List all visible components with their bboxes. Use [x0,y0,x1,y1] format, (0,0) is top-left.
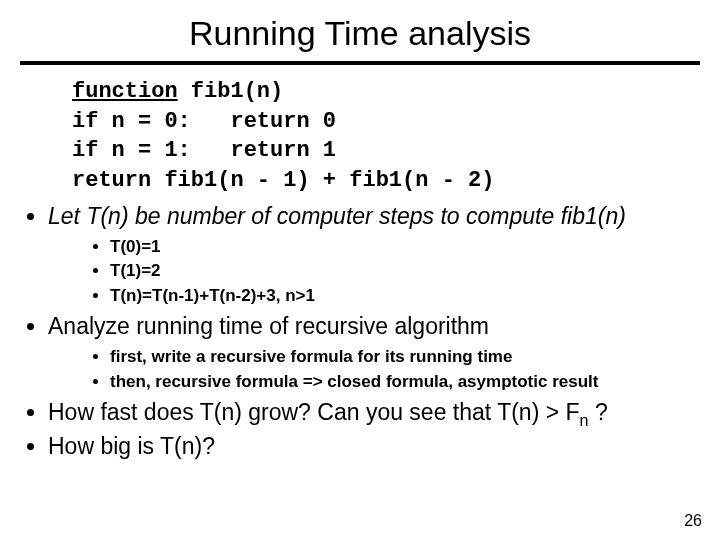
b1-sub-1: T(1)=2 [110,259,720,284]
b3-pre: How fast does T(n) grow? Can you see tha… [48,399,580,425]
b1-tn: T(n) [86,203,128,229]
b3-post: ? [589,399,608,425]
b1-post: be number of computer steps to compute f… [129,203,626,229]
slide: Running Time analysis function fib1(n) i… [0,0,720,540]
code-fn-name: fib1(n) [191,79,283,104]
bullet-list: Let T(n) be number of computer steps to … [0,202,720,461]
bullet-1: Let T(n) be number of computer steps to … [48,202,720,309]
bullet-2: Analyze running time of recursive algori… [48,312,720,394]
b2-sub-0: first, write a recursive formula for its… [110,345,720,370]
code-keyword: function [72,79,178,104]
code-line-2: if n = 0: return 0 [72,109,336,134]
b3-subscript: n [580,411,589,429]
page-number: 26 [684,512,702,530]
b1-pre: Let [48,203,86,229]
b2-text: Analyze running time of recursive algori… [48,313,489,339]
code-line-4: return fib1(n - 1) + fib1(n - 2) [72,168,494,193]
code-block: function fib1(n) if n = 0: return 0 if n… [72,77,720,196]
bullet-1-sublist: T(0)=1 T(1)=2 T(n)=T(n-1)+T(n-2)+3, n>1 [48,235,720,309]
b2-sub-1: then, recursive formula => closed formul… [110,370,720,395]
bullet-4: How big is T(n)? [48,432,720,461]
b1-sub-0: T(0)=1 [110,235,720,260]
bullet-3: How fast does T(n) grow? Can you see tha… [48,398,720,430]
bullet-2-sublist: first, write a recursive formula for its… [48,345,720,394]
bullet-1-text: Let T(n) be number of computer steps to … [48,203,626,229]
b1-sub-2: T(n)=T(n-1)+T(n-2)+3, n>1 [110,284,720,309]
title-rule [20,61,700,65]
code-line-3: if n = 1: return 1 [72,138,336,163]
slide-title: Running Time analysis [0,0,720,61]
